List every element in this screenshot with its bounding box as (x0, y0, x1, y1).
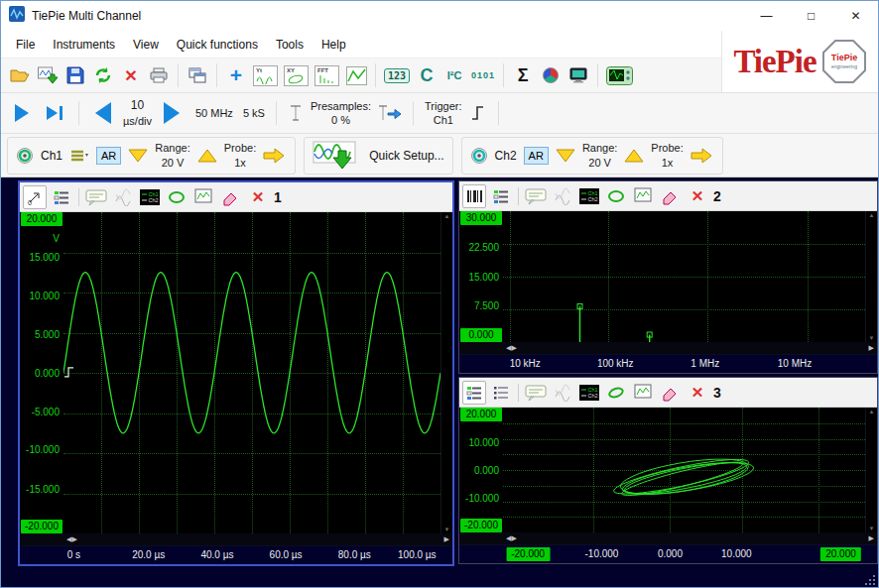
y-axis-range-box[interactable]: 30.000 (460, 211, 502, 225)
add-generator-button[interactable] (565, 61, 591, 89)
xy-disabled-button[interactable] (551, 184, 574, 208)
graph2-plot[interactable] (503, 211, 865, 342)
menu-help[interactable]: Help (313, 33, 355, 57)
channel1-range-display[interactable]: Range: 20 V (155, 141, 189, 170)
add-meter-button[interactable]: 123 (382, 61, 412, 89)
add-yt-graph-button[interactable]: Yt (251, 61, 280, 89)
channel2-autorange-button[interactable]: AR (524, 147, 549, 165)
minimize-button[interactable]: — (744, 1, 789, 31)
sources-button[interactable] (462, 381, 486, 405)
add-i2c-button[interactable]: I²C (441, 61, 467, 89)
timebase-decrease-button[interactable] (90, 99, 116, 127)
graph2-hscrollbar[interactable]: ◀▶▶ (459, 342, 877, 354)
close-graph3-button[interactable]: ✕ (686, 381, 709, 405)
y-axis-range-box[interactable]: 20.000 (21, 212, 63, 226)
y-axis-range-box[interactable]: -20.000 (21, 520, 63, 533)
scroll-up-icon[interactable]: ▲ (441, 213, 452, 219)
remove-button[interactable]: ✕ (118, 61, 144, 89)
pan-arrows-icon[interactable]: ◀▶ (506, 534, 517, 542)
add-fft-graph-button[interactable]: FFT (313, 61, 341, 89)
x-axis-range-box[interactable]: -20.000 (506, 547, 550, 561)
comment-button[interactable] (524, 381, 548, 405)
open-button[interactable] (7, 61, 33, 89)
trigger-level-icon[interactable] (63, 366, 74, 379)
eraser-button[interactable] (658, 184, 682, 208)
close-button[interactable]: ✕ (833, 1, 878, 31)
graph2-vscrollbar[interactable]: ▲▼ (865, 211, 877, 342)
mini-graph-button[interactable] (631, 184, 655, 208)
channel1-probe-display[interactable]: Probe: 1x (224, 141, 256, 170)
graph1-hscrollbar[interactable]: ◀▶▶ (20, 533, 452, 545)
zoom-reset-button[interactable]: 0 (23, 185, 47, 209)
graph3-vscrollbar[interactable]: ▲▼ (865, 408, 877, 532)
channel2-probe-button[interactable] (691, 148, 714, 164)
sources-button[interactable] (50, 185, 73, 209)
timebase-increase-button[interactable] (159, 99, 185, 127)
mini-graph-button[interactable] (191, 185, 215, 209)
barcode-button[interactable] (462, 184, 486, 208)
instrument-button[interactable] (604, 61, 635, 89)
y-axis-range-box[interactable]: 0.000 (460, 328, 502, 342)
quick-setup-button[interactable]: Quick Setup... (369, 149, 443, 163)
trigger-edge-button[interactable] (469, 102, 487, 124)
comment-button[interactable] (84, 185, 108, 209)
eraser-button[interactable] (658, 381, 682, 405)
scroll-down-icon[interactable]: ▼ (866, 526, 877, 531)
list-button[interactable] (489, 381, 513, 405)
xy-disabled-button[interactable] (111, 185, 135, 209)
mini-graph-button[interactable] (631, 381, 655, 405)
load-data-button[interactable] (35, 61, 61, 89)
menu-file[interactable]: File (7, 33, 44, 57)
ellipse-button[interactable] (165, 185, 188, 209)
pan-arrows-icon[interactable]: ◀▶ (66, 535, 77, 543)
channel-legend-button[interactable]: Ch1Ch2 (138, 185, 162, 209)
graph3-plot[interactable] (503, 408, 865, 532)
channel2-range-display[interactable]: Range: 20 V (582, 141, 617, 170)
channel1-led-icon[interactable] (16, 147, 34, 165)
graph1-plot[interactable] (63, 212, 440, 533)
maximize-button[interactable]: □ (789, 1, 833, 31)
scroll-up-icon[interactable]: ▲ (866, 212, 877, 218)
close-graph1-button[interactable]: ✕ (246, 185, 270, 209)
add-clamp-button[interactable]: C (414, 61, 440, 89)
comment-button[interactable] (524, 184, 548, 208)
scroll-right-icon[interactable]: ▶ (869, 534, 874, 542)
channel2-led-icon[interactable] (470, 147, 488, 165)
window-layout-button[interactable] (185, 61, 210, 89)
loop-button[interactable] (604, 381, 628, 405)
add-graph-button[interactable] (343, 61, 369, 89)
close-graph2-button[interactable]: ✕ (686, 184, 709, 208)
menu-quick-functions[interactable]: Quick functions (168, 33, 267, 57)
scroll-up-icon[interactable]: ▲ (866, 409, 877, 414)
start-button[interactable] (9, 99, 35, 127)
x-axis-range-box[interactable]: 20.000 (820, 547, 861, 561)
channel2-range-up-button[interactable] (624, 149, 644, 163)
presamples-display[interactable]: Presamples: 0 % (311, 99, 371, 128)
menu-view[interactable]: View (124, 33, 168, 57)
channel2-probe-display[interactable]: Probe: 1x (651, 141, 683, 170)
eraser-button[interactable] (218, 185, 242, 209)
add-composite-button[interactable] (538, 61, 564, 89)
scroll-right-icon[interactable]: ▶ (444, 535, 449, 543)
graph3-hscrollbar[interactable]: ◀▶▶ (459, 532, 877, 544)
pan-arrows-icon[interactable]: ◀▶ (506, 344, 517, 352)
channel1-range-up-button[interactable] (197, 149, 217, 163)
channel1-probe-button[interactable] (263, 148, 287, 164)
sources-button[interactable] (489, 184, 513, 208)
scroll-down-icon[interactable]: ▼ (441, 527, 452, 532)
oneshot-button[interactable] (42, 99, 67, 127)
channel1-menu-button[interactable] (69, 148, 89, 164)
add-instrument-button[interactable]: + (223, 61, 249, 89)
add-binary-button[interactable]: 0101 (469, 61, 497, 89)
presamples-adjust-button[interactable] (378, 103, 402, 123)
save-button[interactable] (63, 61, 88, 89)
channel-legend-button[interactable]: Ch1Ch2 (577, 381, 601, 405)
channel-legend-button[interactable]: Ch1Ch2 (577, 184, 601, 208)
graph1-vscrollbar[interactable]: ▲▼ (440, 212, 452, 533)
refresh-button[interactable] (90, 61, 116, 89)
add-xy-graph-button[interactable]: XY (282, 61, 311, 89)
menu-instruments[interactable]: Instruments (44, 33, 124, 57)
y-axis-range-box[interactable]: 20.000 (460, 408, 502, 421)
channel1-range-down-button[interactable] (128, 149, 148, 163)
menu-tools[interactable]: Tools (267, 33, 313, 57)
